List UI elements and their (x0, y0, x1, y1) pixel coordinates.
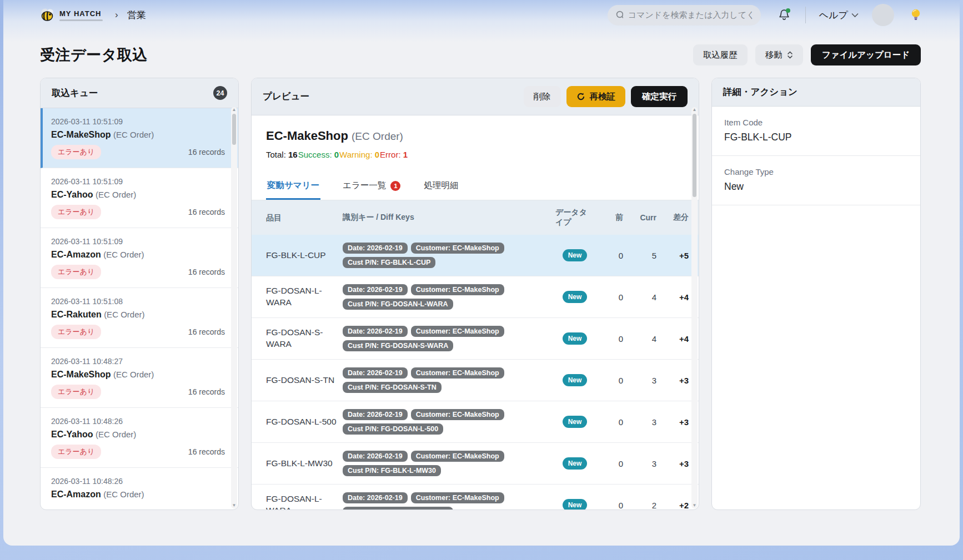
table-row[interactable]: FG-DOSAN-S-WARADate: 2026-02-19Customer:… (252, 318, 699, 360)
queue-item-records: 16 records (188, 208, 225, 216)
table-row[interactable]: FG-DOSAN-L-500Date: 2026-02-19Customer: … (252, 401, 699, 443)
col-prev: 前 (600, 213, 623, 223)
queue-item-type: (EC Order) (113, 370, 154, 379)
tab-error-list[interactable]: エラー一覧1 (342, 171, 402, 200)
row-diff-value: +4 (662, 292, 689, 302)
row-diff-keys: Date: 2026-02-19Customer: EC-MakeShopCus… (343, 282, 550, 312)
queue-item-name: EC-Yahoo (EC Order) (51, 190, 225, 200)
queue-item[interactable]: 2026-03-11 10:51:09EC-Yahoo (EC Order)エラ… (41, 168, 238, 228)
table-row[interactable]: FG-DOSAN-L-WARADate: 2026-02-19Customer:… (252, 485, 699, 509)
preview-scrollbar-thumb[interactable] (693, 114, 696, 197)
import-history-button[interactable]: 取込履歴 (693, 44, 748, 65)
help-menu[interactable]: ヘルプ (819, 9, 859, 22)
details-title: 詳細・アクション (723, 86, 798, 98)
diff-key-chip: Date: 2026-02-19 (343, 451, 408, 462)
diff-key-chip: Customer: EC-MakeShop (411, 326, 504, 337)
lightbulb-icon[interactable] (909, 8, 923, 22)
row-prev-value: 0 (600, 376, 623, 385)
queue-scrollbar-thumb[interactable] (232, 114, 236, 145)
tab-process-detail[interactable]: 処理明細 (423, 171, 459, 200)
page-header: 受注データ取込 取込履歴 移動 ファイルアップロード (3, 30, 960, 65)
queue-item-name: EC-Amazon (EC Order) (51, 250, 225, 260)
scroll-down-icon[interactable]: ▼ (231, 503, 237, 508)
diff-key-chip: Date: 2026-02-19 (343, 409, 408, 420)
error-status-badge: エラーあり (51, 205, 101, 219)
queue-item[interactable]: 2026-03-11 10:51:09EC-Amazon (EC Order)エ… (41, 228, 238, 288)
preview-scrollbar[interactable]: ▲ ▼ (691, 107, 698, 508)
scroll-up-icon[interactable]: ▲ (691, 107, 698, 113)
row-item-code: FG-BLK-L-MW30 (266, 458, 337, 470)
dataset-type: (EC Order) (352, 130, 403, 142)
scroll-down-icon[interactable]: ▼ (691, 503, 698, 508)
queue-item-type: (EC Order) (113, 130, 154, 139)
row-prev-value: 0 (600, 459, 623, 468)
queue-item-records: 16 records (188, 148, 225, 157)
row-diff-value: +5 (662, 251, 689, 260)
queue-item[interactable]: 2026-03-11 10:48:27EC-MakeShop (EC Order… (41, 348, 238, 408)
brand-logo[interactable]: MY HATCH (39, 7, 103, 23)
diff-table: 品目 識別キー / Diff Keys データタイプ 前 Curr 差分 FG-… (252, 200, 699, 509)
row-prev-value: 0 (600, 251, 623, 260)
table-row[interactable]: FG-DOSAN-L-WARADate: 2026-02-19Customer:… (252, 276, 699, 318)
queue-scrollbar[interactable]: ▲ ▼ (231, 107, 237, 508)
preview-panel: プレビュー 削除 再検証 確定実行 (251, 78, 699, 510)
queue-item[interactable]: 2026-03-11 10:51:09EC-MakeShop (EC Order… (41, 108, 238, 168)
file-upload-button[interactable]: ファイルアップロード (811, 44, 921, 65)
new-type-badge: New (563, 457, 588, 470)
notifications-button[interactable] (778, 8, 791, 22)
search-placeholder: コマンドを検索または入力してください (C (628, 10, 753, 21)
row-diff-keys: Date: 2026-02-19Customer: EC-MakeShopCus… (343, 240, 550, 270)
queue-item-name: EC-Rakuten (EC Order) (51, 310, 225, 320)
diff-key-chip: Date: 2026-02-19 (343, 326, 408, 337)
tab-label: 変動サマリー (267, 180, 319, 191)
move-button[interactable]: 移動 (755, 44, 803, 65)
row-data-type: New (555, 416, 594, 428)
queue-item-name: EC-Yahoo (EC Order) (51, 430, 225, 440)
tab-error-count-badge: 1 (390, 181, 400, 191)
error-status-badge: エラーあり (51, 145, 101, 159)
queue-item[interactable]: 2026-03-11 10:51:08EC-Rakuten (EC Order)… (41, 288, 238, 348)
queue-item-date: 2026-03-11 10:48:26 (51, 417, 225, 426)
delete-button[interactable]: 削除 (524, 86, 561, 107)
table-row[interactable]: FG-DOSAN-S-TNDate: 2026-02-19Customer: E… (252, 360, 699, 401)
stat-warning: Warning: 0 (339, 150, 379, 159)
queue-item-type: (EC Order) (96, 430, 136, 439)
queue-item-source: EC-Yahoo (51, 190, 96, 199)
scroll-up-icon[interactable]: ▲ (231, 107, 237, 113)
help-label: ヘルプ (819, 9, 848, 22)
revalidate-label: 再検証 (590, 91, 616, 103)
row-diff-value: +3 (662, 459, 689, 468)
row-curr-value: 3 (629, 417, 656, 427)
row-diff-keys: Date: 2026-02-19Customer: EC-MakeShopCus… (343, 407, 550, 437)
diff-key-chip: Cust P/N: FG-BLK-L-MW30 (343, 465, 441, 476)
queue-item-records: 16 records (188, 387, 225, 396)
row-data-type: New (555, 249, 594, 261)
command-search-input[interactable]: コマンドを検索または入力してください (C (608, 5, 761, 26)
breadcrumb[interactable]: 営業 (127, 9, 146, 22)
dataset-name: EC-MakeShop (266, 129, 348, 143)
tab-label: エラー一覧 (343, 180, 386, 191)
import-queue-panel: 取込キュー 24 2026-03-11 10:51:09EC-MakeShop … (40, 78, 239, 510)
revalidate-button[interactable]: 再検証 (566, 86, 626, 107)
col-item: 品目 (266, 213, 337, 223)
row-curr-value: 4 (629, 334, 656, 344)
avatar[interactable] (872, 4, 894, 26)
table-row[interactable]: FG-BLK-L-CUPDate: 2026-02-19Customer: EC… (252, 235, 699, 276)
queue-item-date: 2026-03-11 10:51:09 (51, 177, 225, 186)
details-actions-panel: 詳細・アクション Item Code FG-BLK-L-CUP Change T… (711, 78, 921, 510)
row-diff-keys: Date: 2026-02-19Customer: EC-MakeShopCus… (343, 490, 550, 509)
table-row[interactable]: FG-BLK-L-MW30Date: 2026-02-19Customer: E… (252, 443, 699, 485)
diff-key-chip: Cust P/N: FG-BLK-L-CUP (343, 257, 435, 268)
tab-label: 処理明細 (424, 180, 458, 191)
queue-item[interactable]: 2026-03-11 10:48:26EC-Amazon (EC Order) (41, 468, 238, 509)
error-status-badge: エラーあり (51, 385, 101, 399)
diff-key-chip: Customer: EC-MakeShop (411, 451, 504, 462)
row-data-type: New (555, 374, 594, 386)
tab-change-summary[interactable]: 変動サマリー (266, 171, 320, 200)
confirm-execute-button[interactable]: 確定実行 (631, 86, 688, 107)
queue-item-name: EC-MakeShop (EC Order) (51, 370, 225, 380)
queue-item-type: (EC Order) (103, 250, 144, 259)
queue-count-badge: 24 (213, 86, 227, 100)
queue-item-source: EC-Amazon (51, 250, 103, 259)
queue-item[interactable]: 2026-03-11 10:48:26EC-Yahoo (EC Order)エラ… (41, 408, 238, 468)
